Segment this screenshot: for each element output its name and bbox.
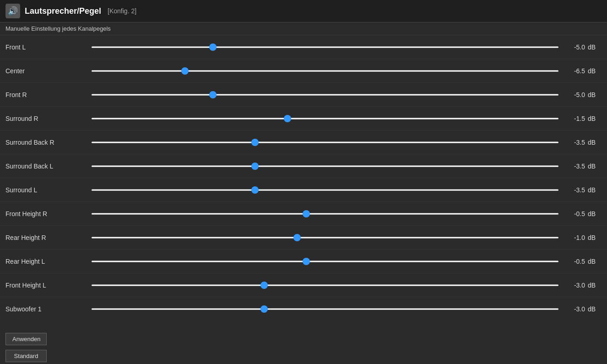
slider-thumb-subwoofer-1[interactable] [260, 305, 268, 313]
channel-label-rear-height-l: Rear Height L [5, 258, 88, 265]
slider-row-front-r: Front R-5.0dB [0, 83, 607, 107]
slider-track-surround-r [92, 118, 558, 119]
db-label-subwoofer-1: dB [588, 305, 602, 313]
value-display-front-height-r: -0.5 [562, 210, 585, 217]
db-label-center: dB [588, 67, 602, 75]
db-label-front-l: dB [588, 43, 602, 51]
db-label-front-r: dB [588, 91, 602, 98]
slider-row-front-height-r: Front Height R-0.5dB [0, 202, 607, 226]
apply-button[interactable]: Anwenden [5, 333, 47, 345]
page-title: Lautsprecher/Pegel [25, 6, 101, 16]
value-display-surround-r: -1.5 [562, 115, 585, 122]
value-display-front-r: -5.0 [562, 91, 585, 98]
slider-row-surround-l: Surround L-3.5dB [0, 178, 607, 202]
slider-track-front-height-r [92, 213, 558, 214]
slider-track-container-front-l[interactable] [92, 46, 558, 49]
slider-track-front-r [92, 94, 558, 95]
slider-row-front-height-l: Front Height L-3.0dB [0, 273, 607, 297]
slider-track-container-front-height-r[interactable] [92, 212, 558, 215]
slider-thumb-surround-l[interactable] [251, 186, 259, 194]
slider-row-surround-back-l: Surround Back L-3.5dB [0, 154, 607, 178]
slider-track-rear-height-l [92, 261, 558, 262]
slider-row-rear-height-l: Rear Height L-0.5dB [0, 250, 607, 273]
slider-track-container-surround-back-r[interactable] [92, 141, 558, 144]
channel-label-front-l: Front L [5, 43, 88, 51]
db-label-rear-height-r: dB [588, 234, 602, 241]
value-display-front-l: -5.0 [562, 43, 585, 51]
value-display-rear-height-l: -0.5 [562, 258, 585, 265]
slider-row-center: Center-6.5dB [0, 59, 607, 83]
buttons-section: Anwenden Standard [0, 326, 607, 364]
slider-row-rear-height-r: Rear Height R-1.0dB [0, 226, 607, 250]
slider-track-container-front-r[interactable] [92, 93, 558, 96]
slider-track-container-rear-height-r[interactable] [92, 236, 558, 239]
db-label-surround-r: dB [588, 115, 602, 122]
value-display-subwoofer-1: -3.0 [562, 305, 585, 313]
slider-track-rear-height-r [92, 237, 558, 238]
slider-thumb-rear-height-l[interactable] [303, 258, 310, 265]
slider-track-center [92, 70, 558, 71]
slider-track-container-surround-back-l[interactable] [92, 165, 558, 168]
slider-thumb-surround-back-l[interactable] [251, 163, 259, 170]
value-display-front-height-l: -3.0 [562, 282, 585, 289]
slider-track-surround-l [92, 189, 558, 190]
slider-track-front-l [92, 46, 558, 48]
db-label-surround-l: dB [588, 186, 602, 194]
channel-label-front-height-l: Front Height L [5, 282, 88, 289]
slider-thumb-front-r[interactable] [209, 91, 217, 98]
slider-thumb-rear-height-r[interactable] [293, 234, 301, 241]
slider-thumb-front-height-l[interactable] [260, 282, 268, 289]
slider-track-container-surround-l[interactable] [92, 189, 558, 191]
slider-track-surround-back-r [92, 141, 558, 143]
db-label-front-height-r: dB [588, 210, 602, 217]
value-display-surround-l: -3.5 [562, 186, 585, 194]
slider-thumb-front-height-r[interactable] [303, 210, 310, 217]
slider-row-surround-back-r: Surround Back R-3.5dB [0, 130, 607, 154]
slider-track-container-rear-height-l[interactable] [92, 260, 558, 263]
speaker-icon: 🔊 [5, 4, 20, 18]
config-label: [Konfig. 2] [108, 7, 136, 15]
slider-row-surround-r: Surround R-1.5dB [0, 107, 607, 130]
standard-button[interactable]: Standard [5, 350, 47, 362]
slider-thumb-surround-r[interactable] [284, 115, 291, 122]
channel-label-surround-back-r: Surround Back R [5, 139, 88, 146]
sliders-container: Front L-5.0dBCenter-6.5dBFront R-5.0dBSu… [0, 35, 607, 326]
slider-track-surround-back-l [92, 165, 558, 167]
slider-thumb-front-l[interactable] [209, 43, 217, 51]
db-label-surround-back-r: dB [588, 139, 602, 146]
db-label-front-height-l: dB [588, 282, 602, 289]
channel-label-center: Center [5, 67, 88, 75]
value-display-rear-height-r: -1.0 [562, 234, 585, 241]
slider-track-subwoofer-1 [92, 309, 558, 310]
slider-track-container-surround-r[interactable] [92, 117, 558, 120]
slider-track-front-height-l [92, 284, 558, 286]
channel-label-surround-l: Surround L [5, 186, 88, 194]
slider-track-container-front-height-l[interactable] [92, 284, 558, 287]
slider-thumb-center[interactable] [181, 67, 189, 75]
slider-thumb-surround-back-r[interactable] [251, 139, 259, 146]
channel-label-surround-r: Surround R [5, 115, 88, 122]
channel-label-subwoofer-1: Subwoofer 1 [5, 305, 88, 313]
slider-track-container-center[interactable] [92, 70, 558, 72]
value-display-surround-back-l: -3.5 [562, 163, 585, 170]
subtitle: Manuelle Einstellung jedes Kanalpegels [0, 22, 607, 35]
channel-label-front-height-r: Front Height R [5, 210, 88, 217]
slider-row-front-l: Front L-5.0dB [0, 35, 607, 59]
header: 🔊 Lautsprecher/Pegel [Konfig. 2] [0, 0, 607, 22]
channel-label-front-r: Front R [5, 91, 88, 98]
channel-label-surround-back-l: Surround Back L [5, 163, 88, 170]
slider-row-subwoofer-1: Subwoofer 1-3.0dB [0, 297, 607, 321]
channel-label-rear-height-r: Rear Height R [5, 234, 88, 241]
value-display-center: -6.5 [562, 67, 585, 75]
slider-track-container-subwoofer-1[interactable] [92, 308, 558, 310]
value-display-surround-back-r: -3.5 [562, 139, 585, 146]
db-label-rear-height-l: dB [588, 258, 602, 265]
db-label-surround-back-l: dB [588, 163, 602, 170]
